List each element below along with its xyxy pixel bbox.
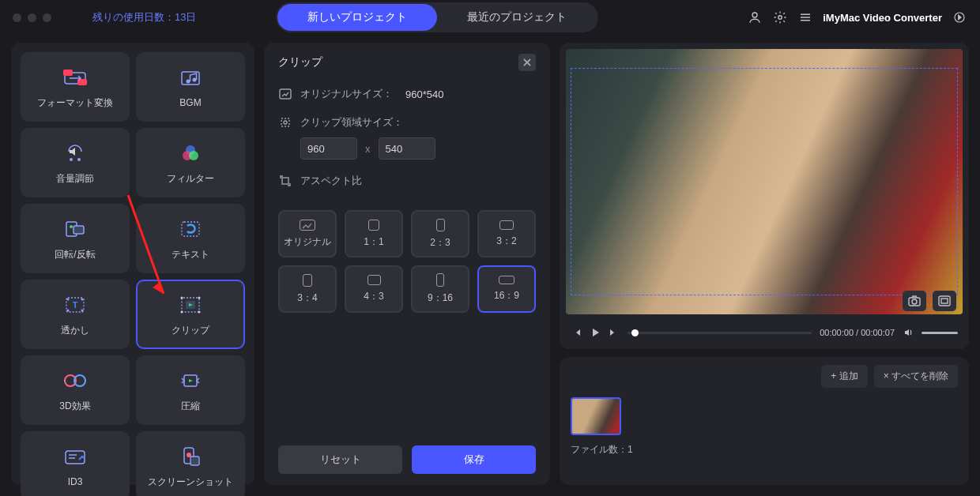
delete-all-button[interactable]: × すべてを削除 [874,365,958,388]
playback-controls: 00:00:00 / 00:00:07 [560,321,969,349]
tool-id3[interactable]: ID3 [21,431,130,496]
clip-height-input[interactable] [379,137,435,160]
svg-point-21 [81,298,84,300]
aspect-1-1[interactable]: 1：1 [345,210,403,257]
tile-label: クリップ [172,324,209,337]
minimize-window[interactable] [28,13,36,22]
camera-icon [908,295,921,306]
next-button[interactable] [609,327,620,338]
tool-screenshot[interactable]: スクリーンショット [136,431,245,496]
shape-icon [436,273,444,287]
tool-watermark[interactable]: T 透かし [21,280,130,349]
tool-bgm[interactable]: BGM [136,52,245,122]
tile-label: スクリーンショット [148,475,233,489]
aspect-16-9[interactable]: 16：9 [477,265,536,313]
aspect-original[interactable]: オリジナル [278,210,337,257]
tile-label: 透かし [61,324,89,337]
close-window[interactable] [13,13,21,22]
original-size-value: 960*540 [405,88,443,100]
fullscreen-icon [938,295,951,306]
settings-icon[interactable] [772,9,788,25]
tab-new-project[interactable]: 新しいプロジェクト [277,4,437,31]
volume-slider[interactable] [922,332,958,334]
export-icon[interactable] [952,9,967,25]
tile-label: テキスト [172,248,209,261]
shape-icon [499,276,514,284]
progress-bar[interactable] [628,332,812,334]
svg-point-29 [198,310,201,313]
crop-outline[interactable] [571,68,958,295]
tools-sidebar: フォーマット変換 BGM 音量調節 フィルター 回転/反転 テキスト T 透かし [11,43,254,485]
tool-format[interactable]: フォーマット変換 [21,52,130,122]
screenshot-icon [178,444,203,469]
svg-point-43 [912,299,917,304]
volume-button[interactable] [903,327,914,338]
tile-label: ID3 [68,476,83,487]
aspect-label-text: 2：3 [430,236,450,250]
shape-icon [368,275,381,285]
svg-point-10 [77,158,81,161]
svg-rect-15 [74,226,84,234]
file-count: ファイル数：1 [571,443,958,457]
svg-point-23 [81,309,84,311]
aspect-label-text: 16：9 [494,289,519,302]
tool-3d[interactable]: 3D効果 [21,355,130,425]
format-icon [62,65,88,90]
window-controls [13,13,51,22]
tile-label: 3D効果 [59,400,90,413]
svg-point-13 [189,151,198,160]
tab-recent-project[interactable]: 最近のプロジェクト [437,4,597,31]
svg-rect-37 [190,457,199,465]
aspect-9-16[interactable]: 9：16 [411,265,469,313]
aspect-label-text: オリジナル [284,235,331,249]
svg-text:T: T [73,300,78,310]
svg-rect-39 [281,118,289,126]
tile-label: 音量調節 [56,172,94,186]
tool-volume[interactable]: 音量調節 [21,128,130,197]
aspect-3-2[interactable]: 3：2 [477,210,536,257]
compress-icon [178,368,203,393]
tool-clip[interactable]: クリップ [136,280,245,349]
tool-text[interactable]: テキスト [136,204,245,273]
x-separator: x [365,143,371,155]
video-preview[interactable] [566,49,963,314]
fullscreen-button[interactable] [933,291,956,311]
svg-point-0 [752,13,757,17]
tool-filter[interactable]: フィルター [136,128,245,197]
reset-button[interactable]: リセット [278,445,402,474]
svg-rect-38 [280,89,291,99]
aspect-icon [278,174,292,188]
clip-size-label: クリップ領域サイズ： [300,115,403,130]
prev-button[interactable] [571,327,582,338]
snapshot-button[interactable] [903,291,926,311]
aspect-label: アスペクト比 [300,174,362,188]
aspect-2-3[interactable]: 2：3 [411,210,469,257]
progress-thumb[interactable] [631,329,639,336]
file-area: + 追加 × すべてを削除 ファイル数：1 [560,357,969,485]
aspect-4-3[interactable]: 4：3 [345,265,403,313]
file-thumbnail[interactable] [571,397,621,435]
svg-point-9 [70,158,73,161]
svg-point-27 [198,296,201,299]
tile-label: 回転/反転 [55,248,95,261]
save-button[interactable]: 保存 [412,445,536,474]
account-icon[interactable] [747,9,763,25]
shape-icon [499,220,514,230]
maximize-window[interactable] [43,13,51,22]
play-button[interactable] [590,327,601,338]
3d-icon [62,368,88,393]
trial-days-label: 残りの使用日数：13日 [92,10,196,24]
add-file-button[interactable]: + 追加 [821,365,867,388]
menu-icon[interactable] [797,9,813,25]
close-panel-button[interactable] [518,54,536,71]
tile-label: フォーマット変換 [37,96,113,110]
tool-rotate[interactable]: 回転/反転 [21,204,130,273]
svg-rect-41 [282,178,288,184]
clip-width-input[interactable] [300,137,357,160]
svg-point-28 [181,310,183,313]
aspect-3-4[interactable]: 3：4 [278,265,337,313]
aspect-label-text: 4：3 [364,290,383,303]
tool-compress[interactable]: 圧縮 [136,355,245,425]
rotate-icon [62,216,88,242]
crop-icon [278,115,292,130]
